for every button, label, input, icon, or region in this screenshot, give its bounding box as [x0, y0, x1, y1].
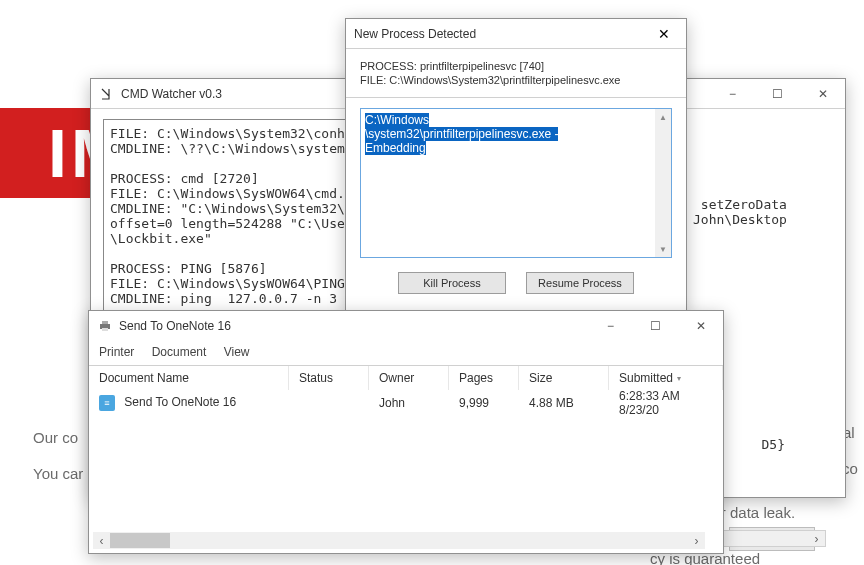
scroll-left-icon[interactable]: ‹	[93, 532, 110, 549]
scroll-thumb[interactable]	[110, 533, 170, 548]
doc-name: Send To OneNote 16	[124, 395, 236, 409]
new-process-dialog: New Process Detected ✕ PROCESS: printfil…	[345, 18, 687, 313]
maximize-button[interactable]: ☐	[755, 79, 800, 109]
cell-owner: John	[369, 396, 449, 410]
table-header: Document Name Status Owner Pages Size Su…	[89, 366, 723, 390]
log-fragment: D5}	[762, 437, 785, 452]
menubar: Printer Document View	[89, 341, 723, 365]
print-queue-table: Document Name Status Owner Pages Size Su…	[89, 365, 723, 416]
minimize-button[interactable]: −	[710, 79, 755, 109]
svg-rect-2	[102, 328, 108, 331]
background-text: Our co You car	[33, 420, 83, 492]
command-line-textarea[interactable]: C:\Windows \system32\printfilterpipeline…	[360, 108, 672, 258]
menu-document[interactable]: Document	[152, 345, 207, 359]
cell-submitted: 6:28:33 AM 8/23/20	[609, 389, 723, 417]
col-owner[interactable]: Owner	[369, 366, 449, 390]
cell-name: ≡ Send To OneNote 16	[89, 395, 289, 411]
bg-line: You car	[33, 456, 83, 492]
scroll-up-icon[interactable]: ▲	[655, 109, 671, 125]
close-button[interactable]: ✕	[678, 311, 723, 341]
close-button[interactable]: ✕	[650, 20, 678, 48]
horizontal-scrollbar[interactable]: ‹ ›	[93, 532, 705, 549]
kill-process-button[interactable]: Kill Process	[398, 272, 506, 294]
window-controls: − ☐ ✕	[588, 311, 723, 341]
info-file: FILE: C:\Windows\System32\printfilterpip…	[360, 73, 672, 87]
close-button[interactable]: ✕	[800, 79, 845, 109]
scroll-down-icon[interactable]: ▼	[655, 241, 671, 257]
resume-process-button[interactable]: Resume Process	[526, 272, 634, 294]
vertical-scrollbar[interactable]: ▲ ▼	[655, 109, 671, 257]
dialog-info: PROCESS: printfilterpipelinesvc [740] FI…	[346, 49, 686, 98]
col-pages[interactable]: Pages	[449, 366, 519, 390]
dialog-titlebar[interactable]: New Process Detected ✕	[346, 19, 686, 49]
dialog-buttons: Kill Process Resume Process	[346, 268, 686, 298]
table-row[interactable]: ≡ Send To OneNote 16 John 9,999 4.88 MB …	[89, 390, 723, 416]
menu-printer[interactable]: Printer	[99, 345, 134, 359]
dialog-title: New Process Detected	[354, 27, 650, 41]
scroll-right-icon[interactable]: ›	[808, 531, 825, 546]
col-status[interactable]: Status	[289, 366, 369, 390]
bg-line: Our co	[33, 420, 83, 456]
selected-text: C:\Windows \system32\printfilterpipeline…	[365, 113, 558, 155]
info-process: PROCESS: printfilterpipelinesvc [740]	[360, 59, 672, 73]
cell-pages: 9,999	[449, 396, 519, 410]
printer-icon	[97, 318, 113, 334]
scroll-right-icon[interactable]: ›	[688, 532, 705, 549]
col-document-name[interactable]: Document Name	[89, 366, 289, 390]
document-icon: ≡	[99, 395, 115, 411]
scroll-track[interactable]	[170, 532, 688, 549]
print-queue-window: Send To OneNote 16 − ☐ ✕ Printer Documen…	[88, 310, 724, 554]
window-controls: − ☐ ✕	[710, 79, 845, 109]
cell-size: 4.88 MB	[519, 396, 609, 410]
maximize-button[interactable]: ☐	[633, 311, 678, 341]
svg-rect-1	[102, 321, 108, 324]
app-icon	[99, 86, 115, 102]
col-label: Submitted	[619, 371, 673, 385]
menu-view[interactable]: View	[224, 345, 250, 359]
col-size[interactable]: Size	[519, 366, 609, 390]
window-title: Send To OneNote 16	[119, 319, 588, 333]
minimize-button[interactable]: −	[588, 311, 633, 341]
sort-desc-icon: ▾	[677, 374, 681, 383]
col-submitted[interactable]: Submitted▾	[609, 366, 723, 390]
titlebar[interactable]: Send To OneNote 16 − ☐ ✕	[89, 311, 723, 341]
